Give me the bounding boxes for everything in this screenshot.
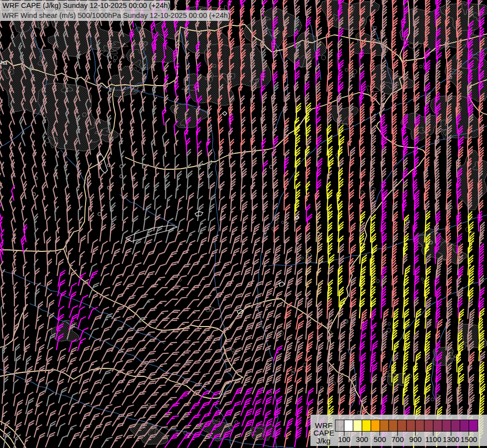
svg-text:500: 500 — [374, 435, 386, 444]
svg-text:1100: 1100 — [425, 435, 441, 444]
svg-text:700: 700 — [391, 435, 404, 444]
svg-text:ha: ha — [0, 59, 7, 66]
svg-text:300: 300 — [356, 435, 368, 444]
svg-text:WRF CAPE (J/kg) Sunday 12-10-2: WRF CAPE (J/kg) Sunday 12-10-2025 00:00 … — [2, 1, 170, 9]
svg-text:CAPE: CAPE — [313, 429, 334, 437]
svg-text:WRF Wind shear (m/s) 500/1000h: WRF Wind shear (m/s) 500/1000hPa Sunday … — [2, 11, 230, 19]
svg-text:100: 100 — [338, 435, 350, 444]
svg-text:900: 900 — [409, 435, 422, 444]
svg-text:1300: 1300 — [443, 435, 459, 444]
svg-text:1500: 1500 — [461, 435, 477, 444]
svg-text:J/kg: J/kg — [316, 437, 330, 445]
